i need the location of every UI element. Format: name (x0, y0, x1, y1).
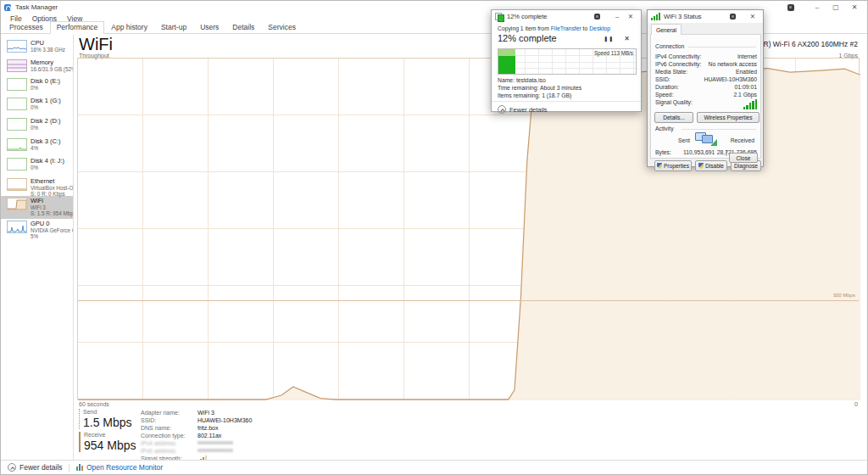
tab-app-history[interactable]: App history (104, 21, 154, 34)
speed-row: Speed:2.1 Gbps (655, 92, 757, 98)
ssid-row: SSID:HUAWEI-10H3M360 (655, 76, 757, 82)
cpu-thumbnail (7, 40, 27, 53)
task-manager-icon (4, 4, 11, 11)
tab-details[interactable]: Details (225, 21, 261, 34)
wifi-dialog-titlebar: WiFi 3 Status ✕ (648, 10, 763, 23)
speed-area-fill (498, 56, 515, 74)
speed-area-top (498, 49, 515, 56)
media-state-row: Media State:Enabled (655, 69, 757, 75)
group-divider (682, 129, 756, 130)
sidebar-item-cpu[interactable]: CPU16% 3.38 GHz (1, 38, 73, 58)
wifi-dialog-title: WiFi 3 Status (664, 13, 730, 20)
wifi-signal-icon (651, 13, 660, 20)
sidebar-item-ethernet[interactable]: EthernetVirtualBox Host-O...S: 0 R: 0 Kb… (1, 176, 73, 196)
tab-general[interactable]: General (651, 24, 682, 35)
network-activity-icon (695, 132, 717, 146)
disk1-thumbnail (7, 98, 27, 110)
receive-value: 954 Mbps (84, 439, 136, 452)
copy-fewer-details-toggle[interactable]: Fewer details (498, 105, 548, 114)
close-button[interactable]: ✕ (845, 2, 864, 13)
adapter-name: Intel(R) Wi-Fi 6 AX200 160MHz #2 (748, 40, 858, 48)
sidebar-item-disk0[interactable]: Disk 0 (E:)0% (1, 76, 73, 96)
tab-users[interactable]: Users (193, 21, 225, 34)
received-label: Received (731, 137, 754, 143)
tab-start-up[interactable]: Start-up (154, 21, 193, 34)
wifi-thumbnail (7, 198, 27, 210)
resource-monitor-icon (76, 464, 83, 471)
copy-description: Copying 1 item from FileTransfer to Desk… (498, 25, 610, 31)
minimize-button[interactable]: – (808, 2, 826, 13)
fewer-details-toggle[interactable]: Fewer details (19, 463, 63, 472)
sidebar-item-memory[interactable]: Memory16.6/31.9 GB (52%) (1, 58, 73, 76)
receive-stat: Receive 954 Mbps (79, 432, 136, 452)
sidebar-item-wifi[interactable]: WiFiWiFi 3S: 1.5 R: 954 Mbps (1, 196, 73, 219)
copy-dialog-title: 12% complete (507, 13, 594, 20)
mid-scale-label: 300 Mbps (833, 293, 855, 298)
sidebar-item-disk1[interactable]: Disk 1 (G:)0% (1, 96, 73, 116)
source-folder-link[interactable]: FileTransfer (551, 25, 581, 31)
disable-button[interactable]: Disable (695, 160, 727, 171)
gpu-thumbnail (7, 221, 27, 233)
copy-progress-dialog: 12% complete – ✕ Copying 1 item from Fil… (491, 9, 642, 112)
maximize-button[interactable]: ▢ (826, 2, 845, 13)
tab-performance[interactable]: Performance (50, 21, 105, 34)
copy-close-button[interactable]: ✕ (624, 11, 637, 22)
chevron-up-icon (8, 463, 16, 472)
connection-details: Adapter name:WiFi 3 SSID:HUAWEI-10H3M360… (141, 409, 252, 463)
divider (492, 101, 641, 102)
status-bar: Fewer details | Open Resource Monitor (1, 460, 867, 474)
copy-dialog-titlebar: 12% complete – ✕ (492, 10, 641, 23)
ssid-row: SSID:HUAWEI-10H3M360 (141, 416, 252, 424)
sidebar-item-disk4[interactable]: Disk 4 (I: J:)0% (1, 156, 73, 176)
tab-services[interactable]: Services (261, 21, 303, 34)
sidebar-item-disk3[interactable]: Disk 3 (C:)4% (1, 137, 73, 156)
task-manager-window: Task Manager – ▢ ✕ File Options View Pro… (0, 0, 868, 475)
sent-label: Sent (678, 137, 690, 143)
progress-heading: 12% complete (498, 33, 557, 43)
tab-processes[interactable]: Processes (3, 21, 50, 34)
mid-scale-line (78, 300, 859, 301)
pause-button[interactable]: ❚❚ (604, 36, 614, 42)
send-label: Send (83, 409, 132, 416)
redacted-ipv6-value (198, 449, 233, 452)
connection-type-row: Connection type:802.11ax (141, 432, 252, 439)
duration-row: Duration:01:09:01 (655, 84, 757, 90)
properties-button[interactable]: Properties (654, 160, 692, 171)
adapter-name-row: Adapter name:WiFi 3 (141, 409, 252, 416)
disk0-thumbnail (7, 78, 27, 91)
sidebar-item-gpu[interactable]: GPU 0NVIDIA GeForce G...5% (1, 219, 73, 243)
activity-group-label: Activity (655, 126, 676, 131)
group-divider (688, 47, 756, 48)
sidebar-item-disk2[interactable]: Disk 2 (D:)0% (1, 116, 73, 137)
cancel-button[interactable]: ✕ (624, 35, 630, 42)
signal-quality-icon (743, 99, 758, 109)
ipv4-connectivity-row: IPv4 Connectivity:Internet (655, 53, 757, 59)
overlay-icon (787, 4, 794, 11)
file-name-line: Name: testdata.iso (498, 77, 546, 83)
chevron-up-icon (498, 105, 506, 114)
file-copy-icon (495, 13, 503, 20)
copy-minimize-button[interactable]: – (610, 11, 624, 22)
uac-shield-icon (657, 163, 662, 169)
disk3-thumbnail (7, 138, 27, 151)
signal-quality-row: Signal Quality: (655, 99, 757, 109)
ipv6-connectivity-row: IPv6 Connectivity:No network access (655, 61, 757, 67)
wifi-status-dialog: WiFi 3 Status ✕ General Connection IPv4 … (647, 9, 764, 167)
destination-folder-link[interactable]: Desktop (589, 25, 610, 31)
time-remaining-line: Time remaining: About 3 minutes (498, 85, 581, 91)
close-dialog-button[interactable]: Close (729, 153, 758, 163)
time-axis-right: 0 (854, 401, 858, 407)
uac-shield-icon (698, 163, 704, 169)
performance-sidebar: CPU16% 3.38 GHz Memory16.6/31.9 GB (52%)… (1, 34, 74, 460)
send-value: 1.5 Mbps (83, 416, 132, 429)
wireless-properties-button[interactable]: Wireless Properties (697, 112, 760, 123)
divider: | (69, 463, 70, 472)
speed-graph: Speed 113 MB/s (498, 48, 637, 75)
details-button[interactable]: Details... (654, 112, 693, 123)
connection-group-label: Connection (655, 43, 687, 49)
disk2-thumbnail (7, 118, 27, 131)
overlay-icon (594, 14, 600, 20)
wifi-close-button[interactable]: ✕ (746, 11, 760, 22)
overlay-icon (730, 14, 736, 20)
open-resource-monitor-link[interactable]: Open Resource Monitor (86, 463, 163, 472)
